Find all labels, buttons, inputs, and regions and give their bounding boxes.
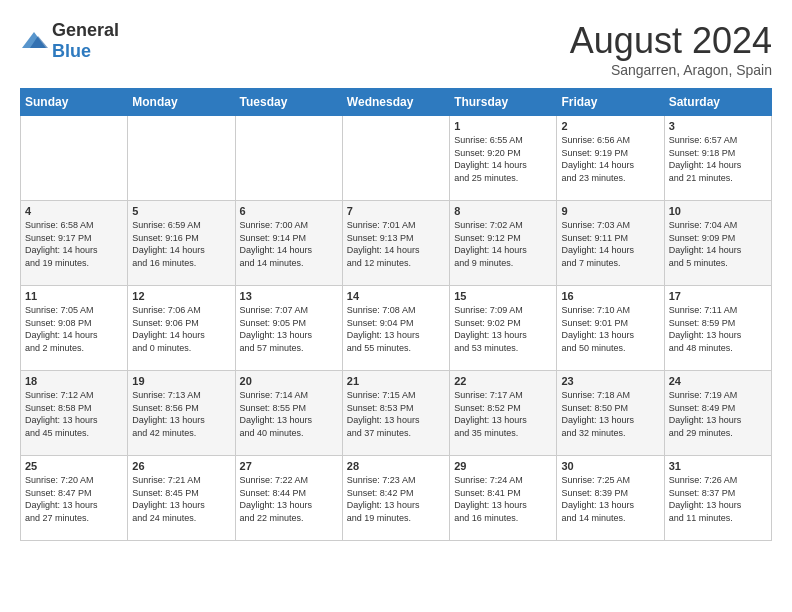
day-info: Sunrise: 6:57 AM Sunset: 9:18 PM Dayligh… — [669, 134, 767, 184]
calendar-cell: 1Sunrise: 6:55 AM Sunset: 9:20 PM Daylig… — [450, 116, 557, 201]
day-number: 14 — [347, 290, 445, 302]
calendar-cell: 9Sunrise: 7:03 AM Sunset: 9:11 PM Daylig… — [557, 201, 664, 286]
day-info: Sunrise: 7:05 AM Sunset: 9:08 PM Dayligh… — [25, 304, 123, 354]
day-number: 10 — [669, 205, 767, 217]
calendar-cell: 20Sunrise: 7:14 AM Sunset: 8:55 PM Dayli… — [235, 371, 342, 456]
day-number: 11 — [25, 290, 123, 302]
calendar-cell: 12Sunrise: 7:06 AM Sunset: 9:06 PM Dayli… — [128, 286, 235, 371]
day-number: 8 — [454, 205, 552, 217]
day-number: 30 — [561, 460, 659, 472]
day-header-saturday: Saturday — [664, 89, 771, 116]
calendar-cell: 11Sunrise: 7:05 AM Sunset: 9:08 PM Dayli… — [21, 286, 128, 371]
day-info: Sunrise: 7:03 AM Sunset: 9:11 PM Dayligh… — [561, 219, 659, 269]
calendar-cell: 15Sunrise: 7:09 AM Sunset: 9:02 PM Dayli… — [450, 286, 557, 371]
day-info: Sunrise: 7:11 AM Sunset: 8:59 PM Dayligh… — [669, 304, 767, 354]
day-number: 31 — [669, 460, 767, 472]
calendar-cell: 19Sunrise: 7:13 AM Sunset: 8:56 PM Dayli… — [128, 371, 235, 456]
calendar-cell: 4Sunrise: 6:58 AM Sunset: 9:17 PM Daylig… — [21, 201, 128, 286]
title-area: August 2024 Sangarren, Aragon, Spain — [570, 20, 772, 78]
day-info: Sunrise: 7:10 AM Sunset: 9:01 PM Dayligh… — [561, 304, 659, 354]
calendar-cell — [235, 116, 342, 201]
day-info: Sunrise: 7:08 AM Sunset: 9:04 PM Dayligh… — [347, 304, 445, 354]
day-info: Sunrise: 7:02 AM Sunset: 9:12 PM Dayligh… — [454, 219, 552, 269]
day-number: 29 — [454, 460, 552, 472]
day-number: 6 — [240, 205, 338, 217]
calendar-cell: 6Sunrise: 7:00 AM Sunset: 9:14 PM Daylig… — [235, 201, 342, 286]
calendar-cell: 28Sunrise: 7:23 AM Sunset: 8:42 PM Dayli… — [342, 456, 449, 541]
day-info: Sunrise: 7:21 AM Sunset: 8:45 PM Dayligh… — [132, 474, 230, 524]
calendar-cell: 27Sunrise: 7:22 AM Sunset: 8:44 PM Dayli… — [235, 456, 342, 541]
calendar-cell: 5Sunrise: 6:59 AM Sunset: 9:16 PM Daylig… — [128, 201, 235, 286]
day-info: Sunrise: 7:00 AM Sunset: 9:14 PM Dayligh… — [240, 219, 338, 269]
logo-general: General — [52, 20, 119, 40]
calendar-cell — [21, 116, 128, 201]
calendar-cell: 7Sunrise: 7:01 AM Sunset: 9:13 PM Daylig… — [342, 201, 449, 286]
day-number: 28 — [347, 460, 445, 472]
calendar-table: SundayMondayTuesdayWednesdayThursdayFrid… — [20, 88, 772, 541]
day-header-friday: Friday — [557, 89, 664, 116]
day-number: 7 — [347, 205, 445, 217]
day-info: Sunrise: 7:19 AM Sunset: 8:49 PM Dayligh… — [669, 389, 767, 439]
day-info: Sunrise: 7:13 AM Sunset: 8:56 PM Dayligh… — [132, 389, 230, 439]
calendar-cell: 23Sunrise: 7:18 AM Sunset: 8:50 PM Dayli… — [557, 371, 664, 456]
day-number: 23 — [561, 375, 659, 387]
calendar-cell: 29Sunrise: 7:24 AM Sunset: 8:41 PM Dayli… — [450, 456, 557, 541]
week-row-5: 25Sunrise: 7:20 AM Sunset: 8:47 PM Dayli… — [21, 456, 772, 541]
day-number: 20 — [240, 375, 338, 387]
day-number: 25 — [25, 460, 123, 472]
day-header-tuesday: Tuesday — [235, 89, 342, 116]
logo-blue: Blue — [52, 41, 91, 61]
day-header-wednesday: Wednesday — [342, 89, 449, 116]
day-header-sunday: Sunday — [21, 89, 128, 116]
day-info: Sunrise: 7:26 AM Sunset: 8:37 PM Dayligh… — [669, 474, 767, 524]
day-info: Sunrise: 7:22 AM Sunset: 8:44 PM Dayligh… — [240, 474, 338, 524]
calendar-cell — [128, 116, 235, 201]
calendar-cell: 17Sunrise: 7:11 AM Sunset: 8:59 PM Dayli… — [664, 286, 771, 371]
day-number: 5 — [132, 205, 230, 217]
calendar-cell: 21Sunrise: 7:15 AM Sunset: 8:53 PM Dayli… — [342, 371, 449, 456]
calendar-cell: 16Sunrise: 7:10 AM Sunset: 9:01 PM Dayli… — [557, 286, 664, 371]
day-info: Sunrise: 7:15 AM Sunset: 8:53 PM Dayligh… — [347, 389, 445, 439]
day-number: 21 — [347, 375, 445, 387]
day-info: Sunrise: 7:09 AM Sunset: 9:02 PM Dayligh… — [454, 304, 552, 354]
day-number: 3 — [669, 120, 767, 132]
day-info: Sunrise: 7:01 AM Sunset: 9:13 PM Dayligh… — [347, 219, 445, 269]
day-number: 22 — [454, 375, 552, 387]
day-info: Sunrise: 7:24 AM Sunset: 8:41 PM Dayligh… — [454, 474, 552, 524]
week-row-1: 1Sunrise: 6:55 AM Sunset: 9:20 PM Daylig… — [21, 116, 772, 201]
day-info: Sunrise: 6:59 AM Sunset: 9:16 PM Dayligh… — [132, 219, 230, 269]
day-info: Sunrise: 6:56 AM Sunset: 9:19 PM Dayligh… — [561, 134, 659, 184]
day-info: Sunrise: 7:20 AM Sunset: 8:47 PM Dayligh… — [25, 474, 123, 524]
header: General Blue August 2024 Sangarren, Arag… — [20, 20, 772, 78]
logo-icon — [20, 30, 48, 52]
calendar-cell: 22Sunrise: 7:17 AM Sunset: 8:52 PM Dayli… — [450, 371, 557, 456]
calendar-cell: 2Sunrise: 6:56 AM Sunset: 9:19 PM Daylig… — [557, 116, 664, 201]
calendar-cell: 14Sunrise: 7:08 AM Sunset: 9:04 PM Dayli… — [342, 286, 449, 371]
calendar-cell: 26Sunrise: 7:21 AM Sunset: 8:45 PM Dayli… — [128, 456, 235, 541]
calendar-cell: 3Sunrise: 6:57 AM Sunset: 9:18 PM Daylig… — [664, 116, 771, 201]
day-info: Sunrise: 7:07 AM Sunset: 9:05 PM Dayligh… — [240, 304, 338, 354]
day-header-thursday: Thursday — [450, 89, 557, 116]
calendar-cell — [342, 116, 449, 201]
day-number: 16 — [561, 290, 659, 302]
day-info: Sunrise: 7:06 AM Sunset: 9:06 PM Dayligh… — [132, 304, 230, 354]
day-number: 13 — [240, 290, 338, 302]
week-row-2: 4Sunrise: 6:58 AM Sunset: 9:17 PM Daylig… — [21, 201, 772, 286]
week-row-3: 11Sunrise: 7:05 AM Sunset: 9:08 PM Dayli… — [21, 286, 772, 371]
calendar-cell: 25Sunrise: 7:20 AM Sunset: 8:47 PM Dayli… — [21, 456, 128, 541]
day-info: Sunrise: 6:58 AM Sunset: 9:17 PM Dayligh… — [25, 219, 123, 269]
day-number: 15 — [454, 290, 552, 302]
day-number: 27 — [240, 460, 338, 472]
day-number: 4 — [25, 205, 123, 217]
day-number: 17 — [669, 290, 767, 302]
calendar-cell: 10Sunrise: 7:04 AM Sunset: 9:09 PM Dayli… — [664, 201, 771, 286]
day-info: Sunrise: 6:55 AM Sunset: 9:20 PM Dayligh… — [454, 134, 552, 184]
day-number: 24 — [669, 375, 767, 387]
day-number: 9 — [561, 205, 659, 217]
logo: General Blue — [20, 20, 119, 62]
day-info: Sunrise: 7:12 AM Sunset: 8:58 PM Dayligh… — [25, 389, 123, 439]
location-subtitle: Sangarren, Aragon, Spain — [570, 62, 772, 78]
day-info: Sunrise: 7:18 AM Sunset: 8:50 PM Dayligh… — [561, 389, 659, 439]
calendar-cell: 30Sunrise: 7:25 AM Sunset: 8:39 PM Dayli… — [557, 456, 664, 541]
week-row-4: 18Sunrise: 7:12 AM Sunset: 8:58 PM Dayli… — [21, 371, 772, 456]
